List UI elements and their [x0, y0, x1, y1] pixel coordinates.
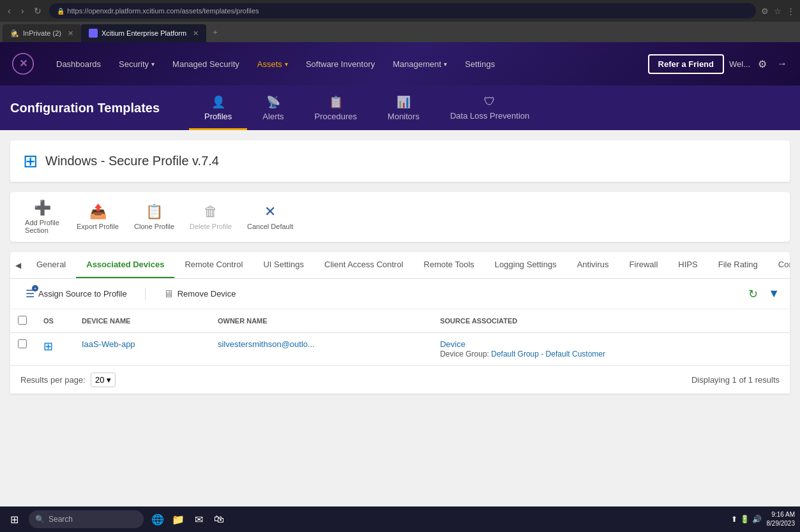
content-tab-firewall[interactable]: Firewall [619, 252, 668, 278]
per-page-select[interactable]: 20 ▾ [91, 373, 116, 387]
back-btn[interactable]: ‹ [5, 4, 13, 17]
taskbar-date-display: 8/29/2023 [767, 519, 796, 528]
content-tab-associated-devices[interactable]: Associated Devices [76, 252, 174, 278]
url-text: https://openxdr.platform.xcitium.com/ass… [67, 7, 259, 15]
filter-icon[interactable]: ▼ [768, 287, 780, 300]
toolbar-btn-cancel-default[interactable]: ✕ Cancel Default [247, 203, 293, 230]
row-source-group-link-0[interactable]: Default Group - Default Customer [491, 350, 605, 358]
tray-icon-3[interactable]: 🔊 [752, 515, 762, 524]
content-tab-ui-settings[interactable]: UI Settings [253, 252, 314, 278]
page-title: Configuration Templates [10, 101, 160, 115]
tray-icon-2[interactable]: 🔋 [740, 515, 750, 524]
content-tab-general[interactable]: General [26, 252, 76, 278]
page-tabs: 👤 Profiles 📡 Alerts 📋 Procedures 📊 Monit… [189, 85, 545, 130]
content-tab-file-rating[interactable]: File Rating [708, 252, 768, 278]
refresh-table-icon[interactable]: ↻ [748, 287, 758, 301]
bookmark-icon[interactable]: ☆ [774, 6, 781, 16]
browser-tab-xcitium[interactable]: Xcitium Enterprise Platform ✕ [81, 24, 206, 42]
page-tab-profiles[interactable]: 👤 Profiles [189, 85, 247, 130]
nav-assets[interactable]: Assets ▾ [250, 55, 296, 73]
content-tab-hips[interactable]: HIPS [668, 252, 707, 278]
toolbar-btn-clone-profile[interactable]: 📋 Clone Profile [134, 203, 174, 230]
tab1-close[interactable]: ✕ [68, 29, 73, 38]
taskbar-icon-edge[interactable]: 🌐 [149, 510, 167, 528]
row-source-type-0[interactable]: Device [440, 339, 782, 349]
toolbar-btn-icon-export-profile: 📤 [89, 203, 107, 220]
assign-source-btn[interactable]: ☰ + Assign Source to Profile [20, 285, 132, 302]
tab2-close[interactable]: ✕ [193, 29, 199, 38]
content-tab-containment[interactable]: Containm... [768, 252, 790, 278]
main-nav: Dashboards Security ▾ Managed Security A… [49, 55, 635, 73]
toolbar-btn-icon-cancel-default: ✕ [264, 203, 276, 220]
page-tab-monitors[interactable]: 📊 Monitors [372, 85, 435, 130]
owner-name-header: OWNER NAME [210, 309, 432, 333]
refresh-btn[interactable]: ↻ [31, 4, 44, 17]
toolbar-btn-export-profile[interactable]: 📤 Export Profile [77, 203, 119, 230]
select-all-checkbox[interactable] [18, 316, 27, 325]
settings-icon-btn[interactable]: ⚙ [755, 55, 769, 73]
extensions-icon[interactable]: ⚙ [761, 6, 769, 16]
row-source-group-0: Device Group: Default Group - Default Cu… [440, 350, 605, 358]
nav-software-inventory[interactable]: Software Inventory [298, 55, 382, 73]
browser-tab-incognito[interactable]: 🕵 InPrivate (2) ✕ [3, 24, 81, 42]
new-tab-btn[interactable]: + [206, 25, 224, 40]
content-tab-remote-tools[interactable]: Remote Tools [414, 252, 485, 278]
content-tab-logging-settings[interactable]: Logging Settings [485, 252, 567, 278]
app-logo[interactable]: ✕ [10, 51, 36, 77]
refer-button[interactable]: Refer a Friend [648, 54, 724, 74]
content-tab-antivirus[interactable]: Antivirus [567, 252, 619, 278]
system-tray-icons: ⬆ 🔋 🔊 [731, 515, 762, 524]
assign-source-label: Assign Source to Profile [38, 289, 127, 299]
pagination-bar: Results per page: 20 ▾ Displaying 1 of 1… [10, 366, 790, 394]
menu-icon[interactable]: ⋮ [787, 6, 795, 16]
toolbar-btn-delete-profile: 🗑 Delete Profile [190, 203, 232, 230]
device-name-header: DEVICE NAME [74, 309, 210, 333]
logout-icon-btn[interactable]: → [774, 55, 790, 72]
content-tab-client-access-control[interactable]: Client Access Control [314, 252, 414, 278]
tab1-label: InPrivate (2) [23, 29, 61, 37]
content-tab-remote-control[interactable]: Remote Control [174, 252, 253, 278]
tabs-scroll-left[interactable]: ◀ [10, 253, 26, 277]
toolbar-btn-label-cancel-default: Cancel Default [247, 223, 293, 230]
tab2-label: Xcitium Enterprise Platform [102, 29, 186, 37]
page-tab-icon-alerts: 📡 [266, 95, 280, 109]
page-tab-alerts[interactable]: 📡 Alerts [247, 85, 299, 130]
nav-managed-security[interactable]: Managed Security [165, 55, 247, 73]
page-tab-icon-procedures: 📋 [329, 95, 343, 109]
page-tab-icon-profiles: 👤 [211, 95, 225, 109]
results-total: Displaying 1 of 1 results [691, 375, 780, 385]
nav-management[interactable]: Management ▾ [385, 55, 455, 73]
page-tab-procedures[interactable]: 📋 Procedures [299, 85, 372, 130]
taskbar-clock[interactable]: 9:16 AM 8/29/2023 [767, 510, 796, 528]
toolbar-btn-add-profile-section[interactable]: ➕ Add ProfileSection [23, 200, 61, 234]
row-device-name-link-0[interactable]: IaaS-Web-app [82, 339, 135, 349]
row-checkbox-0[interactable] [18, 339, 27, 348]
nav-settings[interactable]: Settings [457, 55, 502, 73]
content-tabs-row: ◀ GeneralAssociated DevicesRemote Contro… [10, 252, 790, 279]
table-header-row: OS DEVICE NAME OWNER NAME SOURCE ASSOCIA… [10, 309, 790, 333]
taskbar-pinned-icons: 🌐 📁 ✉ 🛍 [149, 510, 726, 528]
results-per-page-label: Results per page: [20, 375, 86, 385]
page-tab-dlp[interactable]: 🛡 Data Loss Prevention [435, 85, 545, 130]
taskbar-icon-explorer[interactable]: 📁 [169, 510, 187, 528]
taskbar-search[interactable]: 🔍 Search [29, 510, 144, 528]
source-associated-header: SOURCE ASSOCIATED [432, 309, 790, 333]
toolbar-btn-label-clone-profile: Clone Profile [134, 223, 174, 230]
tray-icon-1[interactable]: ⬆ [731, 515, 737, 524]
taskbar-icon-mail[interactable]: ✉ [190, 510, 208, 528]
tab2-favicon [89, 29, 98, 38]
address-bar[interactable]: 🔒 https://openxdr.platform.xcitium.com/a… [49, 3, 756, 18]
remove-device-btn[interactable]: 🖥 Remove Device [158, 286, 241, 302]
security-chevron: ▾ [151, 61, 155, 68]
forward-btn[interactable]: › [19, 4, 27, 17]
assign-plus-badge: + [32, 285, 38, 292]
search-icon: 🔍 [35, 515, 45, 524]
nav-security[interactable]: Security ▾ [111, 55, 162, 73]
start-button[interactable]: ⊞ [5, 511, 24, 528]
select-all-header [10, 309, 36, 333]
xcitium-logo-svg: ✕ [11, 52, 34, 75]
nav-dashboards[interactable]: Dashboards [49, 55, 109, 73]
taskbar-icon-store[interactable]: 🛍 [210, 510, 228, 528]
row-owner-name-link-0[interactable]: silvestersmithson@outlo... [218, 339, 315, 349]
row-os-cell-0: ⊞ [36, 333, 74, 366]
